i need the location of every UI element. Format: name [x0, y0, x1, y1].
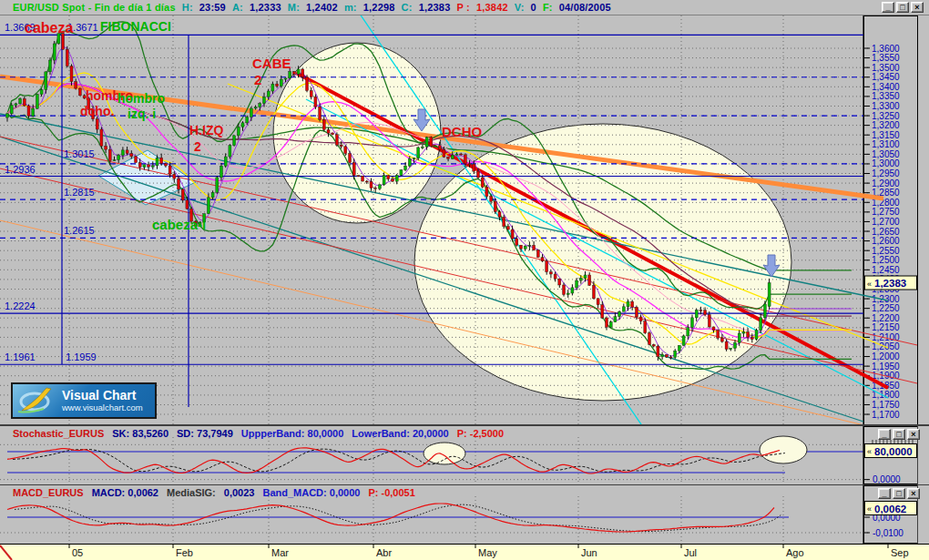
header-segment: UppperBand: 80,0000	[241, 428, 343, 439]
close-button[interactable]: ×	[907, 429, 920, 440]
logo-title: Visual Chart	[62, 389, 143, 402]
svg-text:1,3600: 1,3600	[872, 44, 900, 54]
svg-text:«: «	[867, 447, 872, 456]
svg-text:1,3150: 1,3150	[872, 130, 900, 140]
svg-text:1,2600: 1,2600	[872, 236, 900, 246]
macd-header: MACD_EURUSMACD: 0,0062MediaSIG:0,0023Ban…	[13, 487, 424, 498]
header-segment: Stochastic_EURUS	[13, 428, 104, 439]
titlebar-field-value: 04/08/2005	[559, 2, 611, 13]
svg-text:«: «	[867, 280, 872, 289]
price-axis: 1,36001,35501,35001,34501,34001,33501,33…	[863, 15, 918, 425]
svg-text:1,3000: 1,3000	[872, 158, 900, 168]
month-label: Abr	[376, 547, 392, 558]
header-segment: SK: 83,5260	[112, 428, 168, 439]
svg-text:1,1750: 1,1750	[872, 400, 900, 410]
svg-text:1,1700: 1,1700	[872, 410, 900, 420]
svg-text:1,2500: 1,2500	[872, 255, 900, 265]
svg-text:-0,0100: -0,0100	[873, 528, 903, 538]
svg-text:1,3100: 1,3100	[872, 139, 900, 149]
svg-text:1,2650: 1,2650	[872, 227, 900, 237]
svg-text:80,0000: 80,0000	[874, 446, 913, 457]
svg-text:1,2150: 1,2150	[872, 322, 900, 332]
svg-text:0,0062: 0,0062	[874, 504, 906, 514]
stochastic-panel: Stochastic_EURUSSK: 83,5260SD: 73,7949Up…	[0, 425, 929, 484]
month-label: Jun	[581, 547, 597, 558]
titlebar-field-value: 23:59	[199, 2, 226, 13]
titlebar-field-label: V:	[515, 2, 525, 13]
svg-text:1,3050: 1,3050	[872, 149, 900, 159]
main-chart-panel: 1,36001,35501,35001,34501,34001,33501,33…	[0, 15, 929, 425]
svg-text:1,3200: 1,3200	[872, 120, 900, 130]
annotation-text: CABE	[252, 56, 291, 71]
time-axis-labels: 05FebMarAbrMayJunJulAgoSep	[0, 545, 909, 560]
visualchart-logo[interactable]: Visual Chart www.visualchart.com	[11, 382, 157, 419]
annotation-text: cabeza	[25, 20, 73, 36]
svg-text:1,2300: 1,2300	[872, 294, 900, 304]
titlebar-field-value: 1,3842	[476, 2, 508, 13]
annotation-text: hombro	[117, 91, 165, 106]
header-segment: P: -0,0051	[368, 487, 414, 498]
window-controls: _ □ ×	[882, 2, 929, 13]
header-segment: P: -2,5000	[457, 428, 504, 439]
macd-plot	[0, 496, 869, 544]
chart-title: EUR/USD Spot - Fin de día 1 días	[13, 2, 176, 13]
stochastic-plot	[0, 436, 869, 484]
svg-text:«: «	[867, 504, 872, 514]
month-label: Sep	[891, 547, 909, 558]
maximize-button[interactable]: □	[893, 429, 905, 440]
annotation-text: dcho.	[80, 104, 114, 118]
highlight-ellipse	[424, 443, 465, 464]
svg-text:1,2100: 1,2100	[872, 332, 900, 342]
stochastic-header: Stochastic_EURUSSK: 83,5260SD: 73,7949Up…	[13, 428, 512, 439]
svg-text:1,1950: 1,1950	[872, 361, 900, 372]
stochastic-window-controls: _ □ ×	[878, 429, 925, 440]
header-segment: MediaSIG:	[167, 487, 216, 498]
svg-text:1,2900: 1,2900	[872, 178, 900, 188]
svg-text:1.2224: 1.2224	[5, 300, 36, 311]
highlight-ellipse	[760, 436, 807, 463]
svg-text:1,3550: 1,3550	[872, 53, 900, 63]
minimize-button[interactable]: _	[882, 2, 894, 13]
minimize-button[interactable]: _	[878, 429, 891, 440]
annotation-text: DCHO	[442, 124, 482, 139]
svg-text:1.2815: 1.2815	[64, 187, 95, 198]
svg-text:1,3450: 1,3450	[872, 72, 900, 82]
svg-text:1,2250: 1,2250	[872, 303, 900, 313]
annotation-text: 2	[254, 72, 261, 87]
month-label: Feb	[176, 547, 193, 558]
month-label: May	[478, 547, 497, 558]
maximize-button[interactable]: □	[893, 488, 905, 499]
titlebar-field-label: m:	[344, 2, 357, 13]
current-price-box: «1,2383	[865, 276, 917, 290]
close-button[interactable]: ×	[911, 2, 924, 13]
close-button[interactable]: ×	[907, 488, 920, 499]
svg-text:1,2700: 1,2700	[872, 217, 900, 227]
svg-text:1,2200: 1,2200	[872, 313, 900, 323]
titlebar-field-value: 1,2383	[419, 2, 451, 13]
header-segment: Band_MACD: 0,0000	[262, 487, 360, 498]
header-segment: LowerBand: 20,0000	[352, 428, 448, 439]
svg-text:1,2750: 1,2750	[872, 207, 900, 217]
maximize-button[interactable]: □	[896, 2, 909, 13]
annotation-text: 2	[194, 139, 201, 154]
annotation-text: cabeza-i	[152, 217, 206, 232]
price-chart[interactable]: 1,36001,35501,35001,34501,34001,33501,33…	[0, 15, 929, 425]
svg-text:1.2615: 1.2615	[64, 225, 95, 236]
titlebar-field-label: F:	[543, 2, 553, 13]
header-segment: SD: 73,7949	[177, 428, 233, 439]
svg-text:1,3500: 1,3500	[872, 63, 900, 73]
signal-line	[15, 504, 781, 532]
svg-text:1,3350: 1,3350	[872, 91, 900, 101]
logo-swoosh-icon	[16, 387, 56, 414]
svg-text:1.3015: 1.3015	[64, 148, 95, 159]
titlebar-field-label: P :	[456, 2, 469, 13]
macd-panel: MACD_EURUSMACD: 0,0062MediaSIG:0,0023Ban…	[0, 484, 929, 544]
time-axis[interactable]: 05FebMarAbrMayJunJulAgoSep	[0, 544, 929, 560]
svg-text:1,3300: 1,3300	[872, 101, 900, 111]
titlebar-field-label: C:	[402, 2, 413, 13]
svg-text:1,2383: 1,2383	[874, 278, 906, 289]
titlebar-field-label: H:	[182, 2, 193, 13]
minimize-button[interactable]: _	[878, 488, 891, 499]
logo-url: www.visualchart.com	[62, 402, 143, 412]
svg-text:1.1959: 1.1959	[66, 351, 97, 362]
